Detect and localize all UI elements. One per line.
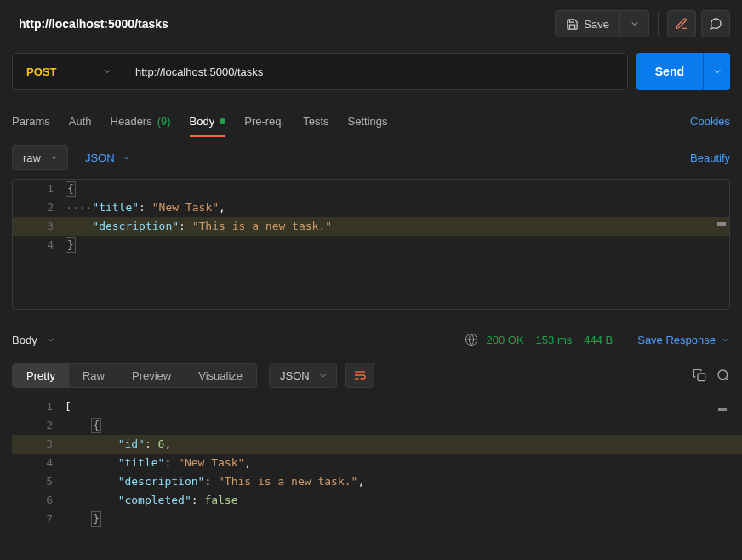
response-view-segmented: Pretty Raw Preview Visualize [12,363,257,388]
comma: , [219,201,225,214]
indent [65,419,91,431]
wrap-icon [353,369,367,382]
scrollbar-marker [718,408,727,411]
indent [65,494,118,506]
save-button[interactable]: Save [555,10,620,37]
response-view-raw[interactable]: Raw [69,364,118,387]
http-method-select[interactable]: POST [13,54,123,89]
chevron-down-icon [712,66,722,77]
http-method-value: POST [26,66,56,78]
save-response-label: Save Response [637,334,716,346]
tab-settings[interactable]: Settings [348,106,388,136]
comma: , [164,437,171,450]
url-input[interactable]: http://localhost:5000/tasks [123,54,627,89]
header-separator [658,12,659,36]
save-icon [566,18,579,31]
response-status: 200 OK [487,334,524,346]
request-body-editor[interactable]: 1 { 2 ····"title": "New Task", 3 "descri… [12,179,730,310]
json-string: "New Task" [178,456,244,469]
tab-body[interactable]: Body [190,106,226,136]
chevron-down-icon [630,19,640,29]
line-number: 1 [13,180,66,198]
response-section-label: Body [12,334,37,346]
comma: , [357,475,364,488]
chevron-down-icon [46,335,55,345]
close-brace: } [91,511,101,527]
json-key: "title" [118,456,165,469]
comment-button[interactable] [701,10,730,37]
json-key: "completed" [118,494,191,506]
response-body-editor[interactable]: 1 [ 2 { 3 "id": 6, 4 "title": "New Task"… [12,397,742,531]
line-number: 2 [13,198,66,217]
response-section-select[interactable]: Body [12,334,55,346]
body-language-value: JSON [85,151,115,164]
tab-params[interactable]: Params [12,106,50,136]
chevron-down-icon [721,335,730,345]
json-string: "This is a new task." [192,220,332,232]
open-brace: { [91,418,101,433]
indent [65,437,118,450]
scrollbar-marker [717,222,726,226]
line-number: 7 [12,510,65,529]
body-modified-dot [220,118,225,124]
save-response-button[interactable]: Save Response [637,334,730,346]
save-dropdown-button[interactable] [620,10,649,37]
separator [625,331,625,348]
response-view-pretty[interactable]: Pretty [13,364,69,387]
wrap-lines-button[interactable] [345,363,374,388]
chevron-down-icon [318,371,328,380]
colon: : [179,220,192,232]
send-dropdown-button[interactable] [703,53,730,90]
edit-button[interactable] [667,10,696,37]
line-number: 5 [12,472,65,491]
json-boolean: false [204,494,237,506]
tab-body-label: Body [190,115,215,128]
close-brace: } [66,237,76,253]
response-size: 444 B [584,334,613,346]
headers-count: (9) [157,115,171,128]
line-number: 1 [12,397,65,416]
comma: , [244,456,251,469]
send-button[interactable]: Send [636,53,703,90]
tab-headers[interactable]: Headers (9) [111,106,171,136]
search-response-button[interactable] [716,369,730,382]
body-language-select[interactable]: JSON [85,151,131,164]
copy-response-button[interactable] [693,369,706,382]
indent [66,220,92,232]
line-number: 4 [13,236,66,254]
tab-prerequest[interactable]: Pre-req. [244,106,284,136]
body-mode-select[interactable]: raw [12,145,68,170]
response-view-visualize[interactable]: Visualize [185,364,256,387]
line-number: 4 [12,454,65,472]
colon: : [191,494,205,506]
json-string: "New Task" [152,201,219,214]
tab-auth[interactable]: Auth [69,106,92,136]
response-language-select[interactable]: JSON [269,363,337,388]
chevron-down-icon [49,153,59,163]
json-key: "id" [118,437,145,450]
open-bracket: [ [65,400,71,413]
cookies-link[interactable]: Cookies [690,115,730,128]
svg-point-5 [718,370,728,380]
chevron-down-icon [102,66,112,77]
url-value: http://localhost:5000/tasks [135,66,263,78]
save-label: Save [584,18,609,31]
json-key: "title" [92,201,139,214]
line-number: 6 [12,491,65,510]
chevron-down-icon [122,153,131,163]
send-label: Send [655,65,684,78]
indent-dots: ···· [66,201,92,214]
beautify-link[interactable]: Beautify [690,151,730,164]
colon: : [139,201,152,214]
network-icon[interactable] [465,333,478,346]
json-key: "description" [92,220,179,232]
tab-headers-label: Headers [111,115,152,128]
response-view-preview[interactable]: Preview [118,364,185,387]
line-number: 3 [13,217,66,236]
body-mode-value: raw [23,151,41,164]
indent [65,475,118,488]
tab-tests[interactable]: Tests [303,106,328,136]
indent [65,512,91,525]
colon: : [164,456,178,469]
svg-line-6 [726,378,728,380]
